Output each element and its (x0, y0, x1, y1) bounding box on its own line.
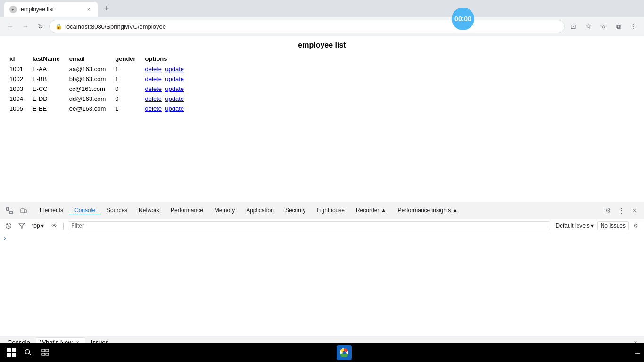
tab-application[interactable]: Application (240, 207, 280, 214)
tab-memory[interactable]: Memory (209, 207, 240, 214)
context-selector[interactable]: top ▾ (30, 222, 46, 230)
extensions-button[interactable]: ⧉ (612, 20, 625, 33)
svg-point-13 (25, 350, 30, 354)
new-tab-button[interactable]: + (100, 2, 113, 15)
eye-button[interactable]: 👁 (50, 221, 59, 230)
update-link[interactable]: update (165, 85, 184, 92)
table-row: 1002 E-BB bb@163.com 1 delete update (9, 74, 193, 84)
table-header-row: id lastName email gender options (9, 53, 193, 64)
cast-icon[interactable]: ⊡ (567, 20, 580, 33)
col-email: email (69, 53, 116, 64)
clear-console-button[interactable] (4, 221, 13, 230)
cell-id: 1004 (9, 94, 33, 104)
cell-id: 1001 (9, 64, 33, 74)
cell-email: dd@163.com (69, 94, 116, 104)
cell-id: 1002 (9, 74, 33, 84)
timer-text: 00:00 (454, 15, 471, 23)
cell-gender: 0 (115, 94, 145, 104)
devtools-close-button[interactable]: × (629, 205, 640, 216)
devtools-tab-actions: ⚙ ⋮ × (603, 205, 640, 216)
prompt-arrow: › (4, 234, 6, 242)
delete-link[interactable]: delete (145, 105, 162, 112)
table-row: 1001 E-AA aa@163.com 1 delete update (9, 64, 193, 74)
cell-email: ee@163.com (69, 104, 116, 114)
tab-recorder[interactable]: Recorder ▲ (350, 207, 392, 214)
cell-options: delete update (145, 94, 193, 104)
reload-button[interactable]: ↻ (34, 20, 47, 33)
cell-lastname: E-BB (33, 74, 69, 84)
page-content: employee list id lastName email gender o… (0, 36, 644, 202)
search-button[interactable] (21, 345, 36, 360)
address-bar: ← → ↻ 🔒 localhost:8080/SpringMVC/employe… (0, 17, 644, 36)
tab-close-button[interactable]: × (85, 6, 92, 13)
url-bar[interactable]: 🔒 localhost:8080/SpringMVC/employee (49, 20, 565, 33)
devtools-more-button[interactable]: ⋮ (616, 205, 627, 216)
tab-network[interactable]: Network (133, 207, 165, 214)
taskbar-system-clock: — (631, 350, 644, 355)
tab-elements[interactable]: Elements (34, 207, 69, 214)
devtools-settings-button[interactable]: ⚙ (603, 205, 614, 216)
delete-link[interactable]: delete (145, 66, 162, 73)
device-mode-button[interactable] (18, 205, 29, 216)
svg-line-7 (7, 224, 10, 227)
svg-rect-15 (42, 349, 45, 352)
cell-options: delete update (145, 84, 193, 94)
profile-button[interactable]: ○ (597, 20, 610, 33)
default-levels-dropdown[interactable]: Default levels ▾ (554, 222, 595, 230)
bookmark-button[interactable]: ☆ (582, 20, 595, 33)
table-row: 1003 E-CC cc@163.com 0 delete update (9, 84, 193, 94)
tab-performance-insights[interactable]: Performance insights ▲ (392, 207, 464, 214)
cell-lastname: E-CC (33, 84, 69, 94)
forward-button[interactable]: → (19, 20, 32, 33)
console-filter-input[interactable] (68, 221, 550, 230)
cell-email: bb@163.com (69, 74, 116, 84)
svg-rect-11 (7, 353, 11, 357)
update-link[interactable]: update (165, 105, 184, 112)
cell-id: 1005 (9, 104, 33, 114)
svg-rect-17 (42, 353, 45, 355)
tab-console[interactable]: Console (69, 207, 101, 214)
update-link[interactable]: update (165, 66, 184, 73)
cell-lastname: E-DD (33, 94, 69, 104)
cell-gender: 1 (115, 74, 145, 84)
levels-caret: ▾ (591, 222, 594, 229)
devtools-tabs: Elements Console Sources Network Perform… (34, 207, 602, 214)
update-link[interactable]: update (165, 75, 184, 82)
start-button[interactable] (4, 345, 19, 360)
update-link[interactable]: update (165, 95, 184, 102)
taskbar-app-chrome[interactable] (337, 345, 352, 360)
tab-sources[interactable]: Sources (101, 207, 133, 214)
active-tab[interactable]: ● employee list × (4, 2, 98, 17)
table-row: 1005 E-EE ee@163.com 1 delete update (9, 104, 193, 114)
cell-gender: 0 (115, 84, 145, 94)
svg-rect-12 (12, 353, 16, 357)
delete-link[interactable]: delete (145, 75, 162, 82)
page-title: employee list (9, 41, 635, 49)
console-settings-button[interactable]: ⚙ (631, 221, 640, 230)
taskbar: — (0, 343, 644, 362)
tab-security[interactable]: Security (280, 207, 311, 214)
cell-gender: 1 (115, 64, 145, 74)
delete-link[interactable]: delete (145, 95, 162, 102)
back-button[interactable]: ← (4, 20, 17, 33)
svg-point-20 (342, 351, 346, 354)
task-view-button[interactable] (38, 345, 53, 360)
col-id: id (9, 53, 33, 64)
separator: | (63, 222, 65, 230)
console-prompt[interactable]: › (4, 234, 640, 242)
cell-email: cc@163.com (69, 84, 116, 94)
console-levels: Default levels ▾ No Issues ⚙ (554, 221, 640, 230)
more-menu-button[interactable]: ⋮ (627, 20, 640, 33)
svg-text:●: ● (12, 8, 14, 12)
tab-bar: ● employee list × + (0, 0, 644, 17)
svg-rect-18 (46, 353, 49, 355)
svg-marker-8 (19, 223, 25, 228)
taskbar-apps (57, 345, 631, 360)
inspect-element-button[interactable] (4, 205, 15, 216)
delete-link[interactable]: delete (145, 85, 162, 92)
browser-chrome: ● employee list × + ← → ↻ 🔒 localhost:80… (0, 0, 644, 36)
employee-table: id lastName email gender options 1001 E-… (9, 53, 193, 114)
svg-rect-5 (25, 210, 26, 213)
tab-performance[interactable]: Performance (165, 207, 209, 214)
tab-lighthouse[interactable]: Lighthouse (311, 207, 350, 214)
